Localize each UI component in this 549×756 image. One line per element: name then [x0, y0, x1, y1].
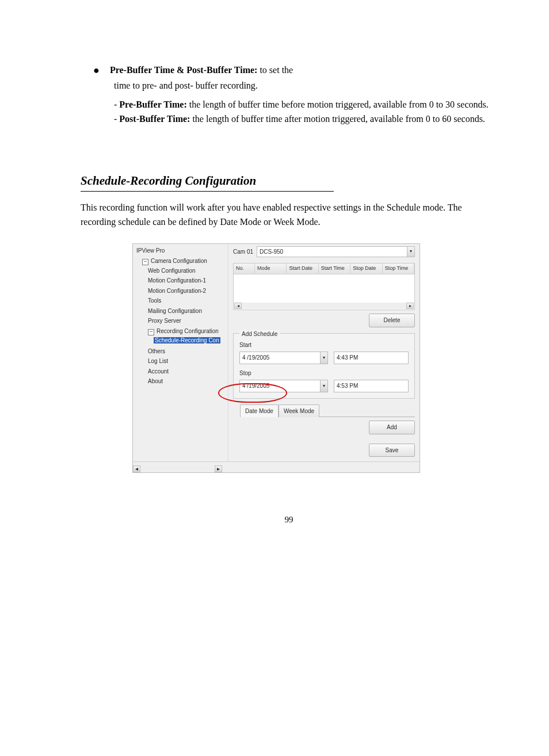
horizontal-scrollbar[interactable]: ◂ ▸: [234, 303, 414, 309]
section-heading: Schedule-Recording Configuration: [81, 171, 334, 192]
bullet-lead-bold: Pre-Buffer Time & Post-Buffer Time:: [110, 65, 258, 75]
tree-item[interactable]: Others: [148, 346, 226, 357]
tree-root[interactable]: Camera Configuration: [151, 258, 207, 264]
table-col-stoptime[interactable]: Stop Time: [383, 264, 414, 274]
sub1-bold: Pre-Buffer Time:: [119, 100, 186, 109]
tree-item[interactable]: Mailing Configuration: [148, 306, 226, 316]
start-date-value: 4 /19/2005: [242, 354, 269, 361]
add-schedule-fieldset: Add Schedule Start 4 /19/2005 ▾ 4:43 PM: [233, 333, 415, 399]
tree-panel: IPView Pro –Camera Configuration Web Con…: [133, 244, 228, 462]
tree-item[interactable]: Motion Configuration-2: [148, 286, 226, 296]
schedule-table[interactable]: No. Mode Start Date Start Time Stop Date…: [233, 263, 415, 310]
tree-item[interactable]: Log List: [148, 356, 226, 366]
delete-button[interactable]: Delete: [369, 314, 415, 327]
expand-icon[interactable]: –: [142, 259, 148, 265]
bullet-lead-rest: to set the: [257, 65, 293, 75]
config-tree[interactable]: –Camera Configuration Web Configuration …: [136, 256, 226, 387]
sub-option-2: - Post-Buffer Time: the length of buffer…: [114, 112, 497, 127]
tree-item-selected[interactable]: Schedule-Recording Con: [154, 337, 220, 343]
cam-label: Cam 01: [233, 247, 253, 257]
scroll-left-icon[interactable]: ◂: [133, 465, 140, 472]
bullet-line2: time to pre- and post- buffer recording.: [114, 79, 497, 93]
tree-item[interactable]: Web Configuration: [148, 266, 226, 276]
start-time-input[interactable]: 4:43 PM: [334, 352, 409, 364]
tree-item[interactable]: Tools: [148, 296, 226, 306]
start-label: Start: [239, 341, 409, 350]
chevron-down-icon[interactable]: ▾: [320, 352, 327, 364]
camera-select[interactable]: DCS-950 ▾: [257, 246, 415, 258]
sub1-text: the length of buffer time before motion …: [187, 100, 489, 109]
stop-label: Stop: [239, 369, 409, 378]
start-time-value: 4:43 PM: [337, 354, 358, 361]
app-title: IPView Pro: [136, 246, 226, 257]
sub2-bold: Post-Buffer Time:: [119, 114, 190, 124]
tree-horizontal-scrollbar[interactable]: ◂ ▸: [133, 465, 222, 472]
start-date-input[interactable]: 4 /19/2005 ▾: [239, 352, 328, 364]
bullet-dot: ●: [93, 63, 100, 78]
table-col-startdate[interactable]: Start Date: [287, 264, 318, 274]
table-col-no[interactable]: No.: [234, 264, 255, 274]
stop-date-value: 4 /19/2005: [242, 383, 269, 389]
tree-item[interactable]: Recording Configuration: [157, 328, 219, 334]
table-col-starttime[interactable]: Start Time: [319, 264, 350, 274]
page-number: 99: [81, 513, 497, 526]
tab-week-mode[interactable]: Week Mode: [279, 404, 319, 418]
scroll-right-icon[interactable]: ▸: [406, 303, 414, 309]
section-body: This recording function will work after …: [81, 201, 497, 230]
chevron-down-icon[interactable]: ▾: [407, 247, 414, 257]
scroll-right-icon[interactable]: ▸: [215, 465, 222, 472]
add-button[interactable]: Add: [369, 421, 415, 434]
stop-date-input[interactable]: 4 /19/2005 ▾: [239, 380, 328, 392]
table-col-mode[interactable]: Mode: [255, 264, 287, 274]
stop-time-value: 4:53 PM: [337, 383, 358, 389]
sub-option-1: - Pre-Buffer Time: the length of buffer …: [114, 98, 497, 112]
tab-date-mode[interactable]: Date Mode: [240, 404, 279, 418]
stop-time-input[interactable]: 4:53 PM: [334, 380, 409, 392]
scroll-left-icon[interactable]: ◂: [234, 303, 242, 309]
tree-item[interactable]: Proxy Server: [148, 316, 226, 326]
sub2-text: the length of buffer time after motion t…: [190, 114, 485, 124]
save-button[interactable]: Save: [369, 444, 415, 457]
expand-icon[interactable]: –: [148, 329, 154, 335]
tree-item[interactable]: Motion Configuration-1: [148, 276, 226, 286]
fieldset-legend: Add Schedule: [239, 330, 280, 339]
chevron-down-icon[interactable]: ▾: [320, 380, 327, 392]
bullet-lead: Pre-Buffer Time & Post-Buffer Time: to s…: [110, 63, 497, 78]
camera-select-value: DCS-950: [260, 249, 283, 255]
tree-item[interactable]: Account: [148, 366, 226, 377]
table-col-stopdate[interactable]: Stop Date: [350, 264, 382, 274]
tree-item[interactable]: About: [148, 376, 226, 387]
screenshot-panel: IPView Pro –Camera Configuration Web Con…: [132, 243, 420, 474]
